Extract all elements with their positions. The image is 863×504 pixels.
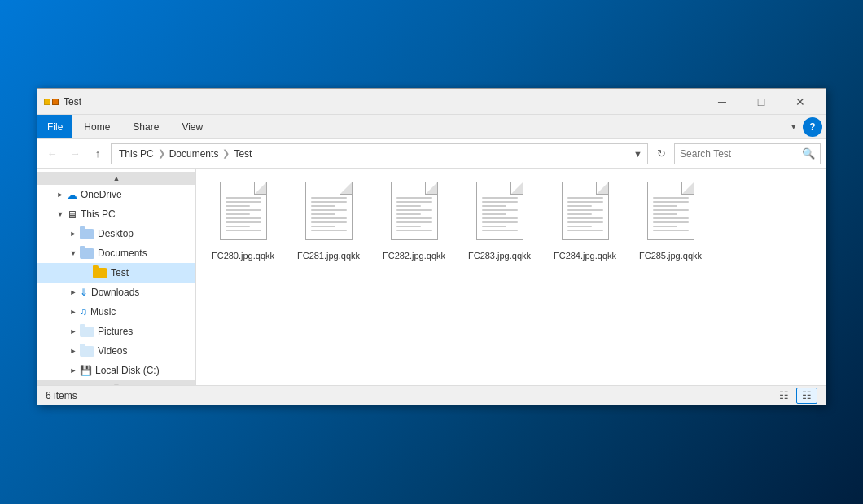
doc-lines [396, 197, 432, 234]
sidebar-item-music[interactable]: ► ♫ Music [37, 302, 195, 322]
minimize-button[interactable]: ─ [703, 89, 741, 115]
doc-line [567, 213, 593, 215]
sidebar-item-pictures[interactable]: ► Pictures [37, 322, 195, 341]
sidebar-item-test[interactable]: Test [37, 263, 195, 283]
file-item[interactable]: FC282.jpg.qqkk [375, 177, 453, 266]
doc-line [567, 201, 603, 203]
doc-line [311, 197, 347, 199]
file-icon [557, 182, 614, 247]
doc-lines [482, 197, 518, 234]
doc-line [482, 221, 518, 223]
menu-file[interactable]: File [37, 115, 72, 138]
computer-icon: 🖥 [67, 208, 77, 221]
file-item[interactable]: FC281.jpg.qqkk [290, 177, 367, 266]
doc-line [226, 230, 261, 231]
expand-arrow-documents: ▼ [67, 249, 80, 257]
address-bar[interactable]: This PC ❯ Documents ❯ Test ▼ [111, 143, 648, 164]
sidebar-item-localdisk[interactable]: ► 💾 Local Disk (C:) [37, 361, 195, 380]
expand-arrow-desktop: ► [67, 230, 80, 238]
sidebar-label-documents: Documents [98, 248, 147, 259]
breadcrumb-test[interactable]: Test [231, 147, 254, 160]
status-count: 6 items [46, 390, 77, 401]
sidebar-item-desktop[interactable]: ► Desktop [37, 224, 195, 243]
disk-icon: 💾 [80, 365, 92, 376]
doc-line [567, 197, 603, 199]
breadcrumb-thispc[interactable]: This PC [116, 147, 156, 160]
file-item[interactable]: FC283.jpg.qqkk [461, 177, 538, 266]
sidebar-scroll-up[interactable]: ▲ [37, 172, 195, 185]
menu-home[interactable]: Home [72, 115, 121, 138]
toolbar: ← → ↑ This PC ❯ Documents ❯ Test ▼ ↻ 🔍 [37, 139, 826, 169]
menu-share[interactable]: Share [121, 115, 170, 138]
doc-line [482, 197, 518, 199]
doc-line [653, 217, 689, 219]
back-button[interactable]: ← [42, 144, 62, 164]
pictures-folder-icon [80, 327, 94, 337]
help-button[interactable]: ? [803, 117, 822, 137]
desktop-folder-icon [80, 229, 94, 239]
sidebar-label-onedrive: OneDrive [81, 189, 122, 200]
close-button[interactable]: ✕ [782, 89, 819, 115]
doc-line [226, 205, 251, 207]
menu-view[interactable]: View [170, 115, 214, 138]
file-icon [215, 182, 272, 247]
file-label: FC283.jpg.qqkk [468, 250, 531, 261]
content-area: ▲ ► ☁ OneDrive ▼ 🖥 This PC ► Desktop [37, 169, 826, 385]
videos-folder-icon [80, 346, 94, 357]
sidebar-label-localdisk: Local Disk (C:) [95, 365, 160, 376]
search-box[interactable]: 🔍 [674, 143, 821, 164]
documents-folder-icon [80, 248, 94, 259]
sidebar-item-downloads[interactable]: ► ⇓ Downloads [37, 283, 195, 302]
doc-lines [226, 197, 261, 234]
file-icon [300, 182, 357, 247]
expand-arrow-music: ► [67, 308, 80, 316]
search-icon[interactable]: 🔍 [802, 147, 815, 160]
file-item[interactable]: FC285.jpg.qqkk [632, 177, 709, 266]
doc-line [482, 205, 507, 207]
file-icon [471, 182, 528, 247]
sidebar-item-documents[interactable]: ▼ Documents [37, 243, 195, 263]
doc-line [653, 230, 689, 231]
sidebar-label-desktop: Desktop [98, 228, 134, 239]
breadcrumb-sep2: ❯ [222, 148, 230, 159]
grid-view-button[interactable]: ☷ [796, 388, 817, 404]
doc-line [396, 217, 432, 219]
sidebar-label-pictures: Pictures [98, 326, 133, 337]
address-dropdown-icon[interactable]: ▼ [633, 149, 642, 159]
doc-shape [220, 182, 267, 240]
sidebar-item-videos[interactable]: ► Videos [37, 341, 195, 361]
doc-line [311, 226, 336, 227]
doc-shape [476, 182, 523, 240]
title-bar: Test ─ □ ✕ [37, 89, 826, 115]
window-controls: ─ □ ✕ [703, 89, 819, 115]
refresh-button[interactable]: ↻ [651, 144, 671, 164]
doc-line [567, 217, 603, 219]
doc-line [396, 230, 432, 231]
doc-line [396, 205, 422, 207]
maximize-button[interactable]: □ [743, 89, 780, 115]
file-item[interactable]: FC280.jpg.qqkk [204, 177, 282, 266]
forward-button[interactable]: → [65, 144, 85, 164]
doc-line [396, 197, 432, 199]
doc-line [396, 209, 432, 211]
up-button[interactable]: ↑ [88, 144, 107, 164]
doc-line [653, 221, 689, 223]
sidebar-item-onedrive[interactable]: ► ☁ OneDrive [37, 185, 195, 204]
search-input[interactable] [680, 148, 802, 160]
list-view-button[interactable]: ☷ [773, 388, 795, 404]
breadcrumb-documents[interactable]: Documents [167, 147, 221, 160]
file-icon [642, 182, 699, 247]
sidebar-label-test: Test [111, 267, 129, 278]
doc-shape [305, 182, 353, 240]
menu-chevron-icon[interactable]: ▾ [791, 121, 803, 132]
sidebar-item-thispc[interactable]: ▼ 🖥 This PC [37, 204, 195, 224]
doc-line [482, 201, 518, 203]
file-item[interactable]: FC284.jpg.qqkk [546, 177, 624, 266]
doc-line [396, 226, 422, 227]
doc-line [482, 213, 507, 215]
doc-line [226, 197, 261, 199]
onedrive-icon: ☁ [67, 189, 77, 201]
expand-arrow-thispc: ▼ [54, 210, 67, 218]
doc-line [311, 205, 336, 207]
doc-line [311, 201, 347, 203]
